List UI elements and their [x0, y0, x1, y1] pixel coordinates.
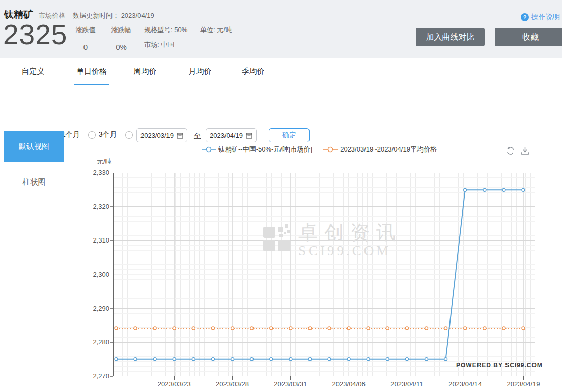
y-tick-label: 2,280: [81, 338, 109, 346]
y-tick-label: 2,300: [81, 270, 109, 278]
end-date-value: 2023/04/19: [210, 132, 243, 139]
filter-row: 时间周期 1个月 3个月 1年 2023/03/19: [0, 85, 562, 131]
x-tick-label: 2023/04/14: [442, 380, 488, 388]
favorite-button[interactable]: 收藏: [495, 28, 562, 46]
calendar-icon: [246, 132, 252, 139]
y-tick-label: 2,290: [81, 305, 109, 312]
change-pct: 0%: [106, 43, 136, 51]
screen: 钛精矿 市场价格 数据更新时间： 2023/04/19 2325 涨跌值 0 涨…: [0, 0, 562, 392]
x-tick-label: 2023/04/06: [326, 380, 372, 388]
tab-custom[interactable]: 自定义: [9, 58, 58, 85]
y-axis-unit: 元/吨: [97, 157, 112, 166]
to-label: 至: [194, 132, 201, 141]
x-tick-label: 2023/03/23: [151, 380, 197, 388]
line-marker-icon: [202, 146, 216, 153]
change-value: 0: [70, 43, 101, 51]
divider: [100, 28, 100, 48]
header: 钛精矿 市场价格 数据更新时间： 2023/04/19 2325 涨跌值 0 涨…: [0, 0, 562, 58]
tab-quarterly-avg[interactable]: 季均价: [229, 58, 277, 85]
calendar-icon: [177, 132, 183, 139]
end-date-input[interactable]: 2023/04/19: [206, 128, 257, 142]
refresh-icon[interactable]: [505, 146, 515, 156]
y-tick-label: 2,310: [81, 236, 109, 244]
x-tick-label: 2023/04/11: [384, 380, 430, 388]
legend-item-price-series[interactable]: 钛精矿--中国-50%-元/吨[市场价]: [202, 145, 312, 154]
question-icon[interactable]: ?: [521, 13, 529, 21]
start-date-input[interactable]: 2023/03/19: [136, 128, 187, 142]
x-tick-label: 2023/03/28: [210, 380, 256, 388]
radio-dot[interactable]: [125, 131, 133, 139]
change-pct-label: 涨跌幅: [111, 26, 131, 34]
help-link[interactable]: ? 操作说明: [521, 13, 560, 22]
change-pct-block: 涨跌幅 0%: [106, 25, 136, 51]
tab-daily-price[interactable]: 单日价格: [67, 58, 116, 85]
chart-legend: 钛精矿--中国-50%-元/吨[市场价] 2023/03/19~2023/04/…: [202, 145, 437, 154]
download-icon[interactable]: [520, 146, 530, 156]
tab-weekly-avg[interactable]: 周均价: [121, 58, 170, 85]
sidebar-item-default-view[interactable]: 默认视图: [4, 131, 64, 162]
radio-dot[interactable]: [88, 131, 96, 139]
sidebar-item-bar-chart[interactable]: 柱状图: [4, 173, 64, 191]
tabbar: 自定义 单日价格 周均价 月均价 季均价: [0, 58, 562, 85]
add-compare-button[interactable]: 加入曲线对比: [416, 28, 485, 46]
update-time-value: 2023/04/19: [121, 12, 154, 19]
change-value-block: 涨跌值 0: [70, 25, 101, 51]
radio-3month[interactable]: 3个月: [88, 130, 117, 139]
line-marker-icon: [323, 146, 338, 153]
price-chart-svg[interactable]: [110, 173, 535, 382]
spec-label: 规格型号: 50%: [144, 25, 187, 35]
chart-tools: [505, 146, 530, 156]
help-link-label[interactable]: 操作说明: [531, 13, 560, 22]
change-value-label: 涨跌值: [76, 26, 96, 34]
unit-label: 单位: 元/吨: [200, 25, 232, 35]
tab-monthly-avg[interactable]: 月均价: [176, 58, 224, 85]
y-tick-label: 2,270: [81, 372, 109, 380]
main-card: 自定义 单日价格 周均价 月均价 季均价 时间周期 1个月 3个月 1年: [0, 58, 562, 392]
x-tick-label: 2023/04/19: [500, 380, 546, 388]
current-price: 2325: [3, 18, 67, 51]
legend-item-average-series[interactable]: 2023/03/19~2023/04/19平均价格: [323, 145, 437, 154]
confirm-button[interactable]: 确定: [269, 128, 310, 142]
update-time: 数据更新时间： 2023/04/19: [73, 11, 154, 20]
period-radio-group: 1个月 3个月 1年: [51, 130, 147, 139]
y-tick-label: 2,320: [81, 203, 109, 210]
start-date-value: 2023/03/19: [140, 132, 174, 139]
x-tick-label: 2023/03/31: [268, 380, 314, 388]
market-label: 市场: 中国: [144, 40, 174, 49]
y-tick-label: 2,330: [81, 169, 109, 176]
update-time-label: 数据更新时间：: [73, 12, 119, 19]
